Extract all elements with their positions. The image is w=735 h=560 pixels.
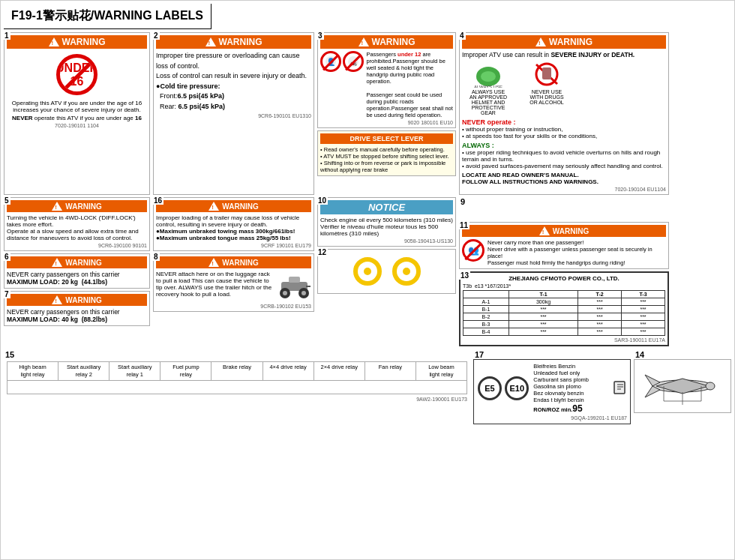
svg-text:👤: 👤 xyxy=(326,57,336,67)
label-7: 7 WARNING NEVER carry passengers on this… xyxy=(4,291,150,326)
label3-footer: 9020 180101 EU10 xyxy=(320,120,453,125)
under16-text: UNDER16 xyxy=(56,61,98,88)
prohibit-icon-3b: 🏍️ xyxy=(343,51,364,72)
relay-cell-fan: Fan relay xyxy=(365,362,416,380)
no-under16-icon: UNDER16 xyxy=(56,54,98,95)
label10-footer: 9058-190413-US130 xyxy=(320,238,453,244)
label8-footer: 9CRB-190102 EU153 xyxy=(156,304,311,309)
col-header-t1: T-1 xyxy=(508,291,578,298)
e10-circle: E10 xyxy=(505,376,529,400)
label16-footer: 9CRF 190101 EU179 xyxy=(156,243,311,248)
warning-header-6: WARNING xyxy=(7,256,147,268)
label5-body: Turning the vehicle in 4WD-LOCK ('DIFF.L… xyxy=(7,214,147,241)
label3-content: 👤 🏍️ Passengers under 12 are prohibited.… xyxy=(320,51,453,118)
spec-cell: *** xyxy=(622,298,665,306)
spec-cell: *** xyxy=(508,321,578,328)
spec-cell: *** xyxy=(508,306,578,313)
label-15-wrapper: 15 High beamlight relay Start auxiliaryr… xyxy=(4,350,470,402)
label-number-12: 12 xyxy=(316,248,328,256)
label-number-11: 11 xyxy=(458,221,470,229)
svg-point-14 xyxy=(302,291,306,295)
label16-body: Improper loading of a trailer may cause … xyxy=(156,214,311,241)
label-number-2: 2 xyxy=(152,31,160,40)
warning-triangle-6 xyxy=(52,258,62,267)
warning-triangle-16 xyxy=(208,202,219,211)
spec-row: B-4 *** *** *** xyxy=(464,328,665,336)
label-12: 12 xyxy=(317,249,456,294)
spec-row: A-1 300kg *** *** xyxy=(464,298,665,306)
spec-cell: *** xyxy=(578,298,622,306)
always-items: • use proper riding techniques to avoid … xyxy=(462,149,666,169)
warning-triangle-11 xyxy=(539,226,550,235)
label1-content: UNDER16 Operating this ATV if you are un… xyxy=(7,51,147,128)
warning-header-11: WARNING xyxy=(462,225,666,237)
label-number-17: 17 xyxy=(473,349,485,361)
label1-footer: 7020-190101 1104 xyxy=(55,123,99,128)
helmet-icon-area: ALWAYS USE ALWAYS USEAN APPROVEDHELMET A… xyxy=(462,61,514,115)
spec-cell: *** xyxy=(508,328,578,336)
spec-cell: *** xyxy=(578,313,622,321)
label-number-6: 6 xyxy=(3,253,10,261)
drive-select-lever: DRIVE SELECT LEVER • Read owner's manual… xyxy=(317,130,456,176)
label-number-13: 13 xyxy=(459,271,470,280)
relay-cells: High beamlight relay Start auxiliaryrela… xyxy=(8,362,466,380)
label-number-7: 7 xyxy=(3,290,10,298)
spec-row: B-2 *** *** *** xyxy=(464,313,665,321)
warning-triangle-5 xyxy=(52,202,62,211)
label2-body: Improper tire pressure or overloading ca… xyxy=(156,51,311,112)
label-14 xyxy=(634,359,731,413)
label4-icons: ALWAYS USE ALWAYS USEAN APPROVEDHELMET A… xyxy=(462,61,666,115)
label6-body: NEVER carry passengers on this carrier M… xyxy=(7,271,147,286)
label-8: 8 WARNING NEVER attach here or on the lu… xyxy=(153,253,314,312)
label-3: 3 WARNING 👤 🏍️ Passengers under 12 are p… xyxy=(317,32,456,128)
label2-footer: 9CR6-190101 EU1310 xyxy=(156,113,311,118)
col-header-t2: T-2 xyxy=(578,291,622,298)
label-16: 16 WARNING Improper loading of a trailer… xyxy=(153,197,314,251)
label-13: 13 ZHEJIANG CFMOTO POWER CO., LTD. T3b e… xyxy=(459,271,669,346)
relay-cell-lowbeam: Low beamlight relay xyxy=(416,362,466,380)
drive-body: • Read owner's manual carefully before o… xyxy=(320,146,453,173)
spec-cell: *** xyxy=(578,321,622,328)
label-17-wrapper: 17 E5 E10 Bleifreies Benzin Unleaded fue… xyxy=(473,350,631,424)
prohibit-icon-11: 👥 xyxy=(462,239,484,262)
label-10: 10 NOTICE Check engine oil every 500 kil… xyxy=(317,197,456,247)
svg-text:ALWAYS USE: ALWAYS USE xyxy=(474,85,502,88)
tire-icons xyxy=(320,252,453,291)
prohibit-icon-3a: 👤 xyxy=(320,51,341,72)
label5-footer: 9CR6-190100 90101 xyxy=(7,243,147,248)
relay-cell-highbeam: High beamlight relay xyxy=(8,362,58,380)
spec-cell: B-3 xyxy=(464,321,509,328)
spec-cell: *** xyxy=(622,306,665,313)
warning-triangle-3 xyxy=(358,37,369,46)
label8-content: NEVER attach here or on the luggage rack… xyxy=(156,271,311,302)
spec-cell: 300kg xyxy=(508,298,578,306)
warning-header-7: WARNING xyxy=(7,294,147,306)
spec-cell: *** xyxy=(578,328,622,336)
tire-icon-2 xyxy=(392,257,421,286)
warning-header-8: WARNING xyxy=(156,256,311,268)
spec-row: B-1 *** *** *** xyxy=(464,306,665,313)
tire-icon-1 xyxy=(353,257,382,286)
label7-body: NEVER carry passengers on this carrier M… xyxy=(7,308,147,323)
relay-cell-brake: Brake relay xyxy=(212,362,262,380)
aircraft-diagram xyxy=(641,364,724,409)
label-11: 11 WARNING 👥 Never carry more than one p… xyxy=(459,222,669,269)
label10-body: Check engine oil every 500 kilometers (3… xyxy=(320,217,453,237)
label1-never: NEVER operate this ATV if you are under … xyxy=(12,115,142,121)
spec-cell: A-1 xyxy=(464,298,509,306)
label-15: High beamlight relay Start auxiliaryrela… xyxy=(7,361,467,394)
label15-footer: 9AW2-190001 EU173 xyxy=(4,397,470,402)
label11-body: Never carry more than one passenger! Nev… xyxy=(488,239,666,266)
svg-point-5 xyxy=(481,71,496,82)
notice-header-10: NOTICE xyxy=(320,200,453,214)
drive-header: DRIVE SELECT LEVER xyxy=(320,133,453,144)
label1-body: Operating this ATV if you are under the … xyxy=(7,100,147,113)
label-5: 5 WARNING Turning the vehicle in 4WD-LOC… xyxy=(4,197,150,251)
svg-text:🏍️: 🏍️ xyxy=(350,58,357,66)
svg-marker-24 xyxy=(656,379,709,394)
svg-rect-19 xyxy=(614,382,625,394)
label-number-1: 1 xyxy=(3,31,10,40)
svg-rect-9 xyxy=(542,67,551,79)
label11-content: 👥 Never carry more than one passenger! N… xyxy=(462,239,666,266)
never-operate-label: NEVER operate : xyxy=(462,118,666,126)
